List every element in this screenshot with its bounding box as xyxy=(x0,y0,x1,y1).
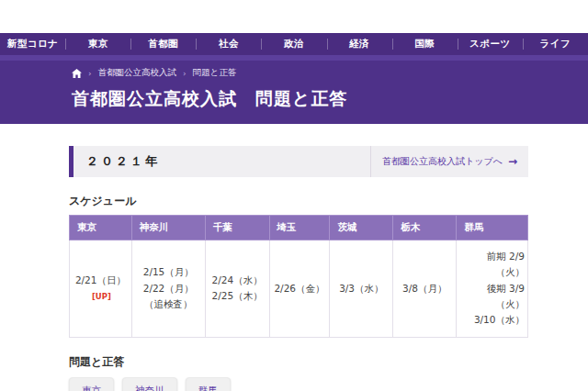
year-box: ２０２１年 首都圏公立高校入試トップへ → xyxy=(69,146,528,177)
top-white-strip xyxy=(0,0,588,33)
schedule-date: 2/22（月） xyxy=(143,281,194,296)
breadcrumb-separator: › xyxy=(88,69,92,78)
nav-item[interactable]: 新型コロナ xyxy=(0,33,65,55)
schedule-cell: 2/21（日）[UP] xyxy=(70,240,132,338)
schedule-date: 前期 2/9（火） xyxy=(459,249,525,281)
schedule-cell: 3/8（月） xyxy=(393,240,457,338)
schedule-date: 2/25（木） xyxy=(212,288,263,304)
page-title: 首都圏公立高校入試 問題と正答 xyxy=(72,87,588,111)
schedule-cell: 2/24（水）2/25（木） xyxy=(205,240,269,338)
schedule-date: 後期 3/9（火） xyxy=(459,281,525,313)
schedule-column-header: 埼玉 xyxy=(269,216,330,240)
schedule-cell: 前期 2/9（火）後期 3/9（火）3/10（水） xyxy=(457,240,528,338)
schedule-column-header: 群馬 xyxy=(457,216,528,240)
schedule-date: 2/15（月） xyxy=(143,264,194,280)
schedule-date: 3/3（水） xyxy=(339,281,383,296)
breadcrumb-item[interactable]: 問題と正答 xyxy=(193,67,237,79)
nav-item[interactable]: 首都圏 xyxy=(130,33,196,55)
schedule-data-row: 2/21（日）[UP]2/15（月）2/22（月）（追検査）2/24（水）2/2… xyxy=(70,240,528,338)
schedule-heading: スケジュール xyxy=(69,194,528,209)
schedule-table: 東京神奈川千葉埼玉茨城栃木群馬 2/21（日）[UP]2/15（月）2/22（月… xyxy=(69,215,528,338)
answer-buttons: 東京神奈川群馬 xyxy=(69,377,528,391)
schedule-column-header: 東京 xyxy=(70,216,132,240)
answer-button-東京[interactable]: 東京 xyxy=(69,377,114,391)
nav-item[interactable]: 政治 xyxy=(261,33,326,55)
up-badge: [UP] xyxy=(92,292,111,301)
year-label: ２０２１年 xyxy=(86,153,160,170)
nav-item[interactable]: 東京 xyxy=(65,33,130,55)
schedule-cell: 2/15（月）2/22（月）（追検査） xyxy=(131,240,205,338)
schedule-column-header: 千葉 xyxy=(205,216,269,240)
answer-button-神奈川[interactable]: 神奈川 xyxy=(122,377,177,391)
breadcrumb-separator: › xyxy=(183,69,187,78)
schedule-cell: 3/3（水） xyxy=(330,240,393,338)
nav-item[interactable]: 社会 xyxy=(196,33,261,55)
schedule-date: 2/24（水） xyxy=(212,273,263,288)
exam-top-link-label[interactable]: 首都圏公立高校入試トップへ xyxy=(382,155,503,168)
schedule-column-header: 栃木 xyxy=(393,216,457,240)
schedule-date: 2/21（日）[UP] xyxy=(73,273,129,305)
nav-item[interactable]: 経済 xyxy=(327,33,392,55)
arrow-right-icon: → xyxy=(508,155,517,168)
breadcrumb: ›首都圏公立高校入試›問題と正答 xyxy=(72,67,588,79)
schedule-date: 2/26（金） xyxy=(274,281,324,296)
exam-top-link[interactable]: 首都圏公立高校入試トップへ → xyxy=(370,146,528,177)
top-nav: 新型コロナ東京首都圏社会政治経済国際スポーツライフ xyxy=(0,33,588,55)
breadcrumb-item[interactable]: 首都圏公立高校入試 xyxy=(98,67,177,79)
answer-button-群馬[interactable]: 群馬 xyxy=(186,377,231,391)
schedule-column-header: 茨城 xyxy=(330,216,393,240)
nav-item[interactable]: 国際 xyxy=(392,33,458,55)
nav-item[interactable]: スポーツ xyxy=(458,33,523,55)
schedule-column-header: 神奈川 xyxy=(131,216,205,240)
schedule-date: （追検査） xyxy=(143,296,194,312)
content: ２０２１年 首都圏公立高校入試トップへ → スケジュール 東京神奈川千葉埼玉茨城… xyxy=(69,146,528,391)
page: 新型コロナ東京首都圏社会政治経済国際スポーツライフ ›首都圏公立高校入試›問題と… xyxy=(0,0,588,391)
home-icon[interactable] xyxy=(72,69,82,78)
schedule-cell: 2/26（金） xyxy=(269,240,330,338)
schedule-header-row: 東京神奈川千葉埼玉茨城栃木群馬 xyxy=(70,216,528,240)
answers-heading: 問題と正答 xyxy=(69,354,528,370)
page-header: ›首都圏公立高校入試›問題と正答 首都圏公立高校入試 問題と正答 xyxy=(0,61,588,124)
nav-item[interactable]: ライフ xyxy=(523,33,588,55)
schedule-date: 3/8（月） xyxy=(402,281,447,296)
schedule-date: 3/10（水） xyxy=(459,312,525,328)
